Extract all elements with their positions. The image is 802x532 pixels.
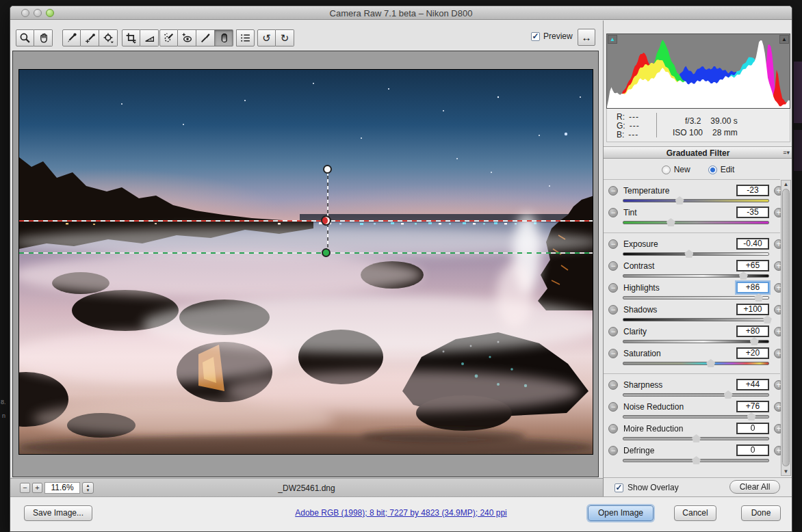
shutter-value: 39.00 s bbox=[710, 116, 737, 127]
decrement-button[interactable]: − bbox=[608, 380, 618, 390]
slider-track[interactable] bbox=[623, 318, 769, 321]
slider-thumb[interactable] bbox=[754, 293, 763, 302]
slider-track[interactable] bbox=[623, 274, 769, 278]
straighten-tool-button[interactable] bbox=[140, 29, 159, 46]
graduated-filter-tool-button[interactable] bbox=[215, 29, 233, 46]
slider-value-field[interactable]: +80 bbox=[736, 325, 769, 337]
adjustment-brush-tool-button[interactable] bbox=[196, 29, 215, 46]
shadow-clipping-warning-icon[interactable]: ▲ bbox=[608, 35, 617, 44]
slider-track[interactable] bbox=[623, 340, 769, 343]
decrement-button[interactable]: − bbox=[608, 446, 618, 455]
toggle-fullscreen-button[interactable]: ↔ bbox=[578, 29, 595, 46]
highlight-clipping-warning-icon[interactable]: ▲ bbox=[779, 35, 789, 44]
slider-value-field[interactable]: +44 bbox=[736, 379, 769, 390]
scroll-down-icon[interactable]: ▼ bbox=[781, 468, 790, 475]
slider-value-field[interactable]: 0 bbox=[736, 444, 769, 456]
background-thumbnail bbox=[794, 130, 802, 171]
slider-thumb[interactable] bbox=[747, 412, 756, 421]
slider-thumb[interactable] bbox=[750, 337, 759, 345]
decrement-button[interactable]: − bbox=[608, 283, 618, 293]
decrement-button[interactable]: − bbox=[608, 261, 618, 271]
zoom-tool-button[interactable] bbox=[16, 29, 34, 46]
slider-thumb[interactable] bbox=[684, 250, 693, 258]
color-sampler-tool-button[interactable] bbox=[81, 29, 99, 46]
slider-track[interactable] bbox=[623, 437, 769, 440]
b-label: B: bbox=[617, 131, 624, 139]
show-overlay-control[interactable]: ✓ Show Overlay bbox=[615, 483, 679, 492]
slider-value-field[interactable]: +65 bbox=[736, 260, 769, 271]
slider-track[interactable] bbox=[623, 296, 769, 300]
slider-thumb[interactable] bbox=[724, 390, 733, 399]
scrollbar-thumb[interactable] bbox=[782, 189, 790, 466]
radio-new[interactable]: New bbox=[662, 165, 690, 174]
slider-value-field[interactable]: -0.40 bbox=[736, 238, 769, 250]
slider-track[interactable] bbox=[623, 252, 769, 256]
slider-thumb[interactable] bbox=[692, 434, 701, 442]
slider-row-highlights: −Highlights+86+ bbox=[604, 282, 780, 304]
panel-menu-icon[interactable]: ≡▾ bbox=[783, 149, 790, 156]
rotate-right-icon[interactable]: ↻ bbox=[276, 29, 294, 46]
photo-image[interactable] bbox=[18, 69, 593, 455]
presets-menu-button[interactable] bbox=[236, 29, 255, 46]
slider-thumb[interactable] bbox=[675, 196, 684, 204]
slider-thumb[interactable] bbox=[667, 218, 675, 226]
graduated-filter-top-handle[interactable] bbox=[323, 165, 332, 174]
slider-thumb[interactable] bbox=[763, 315, 772, 323]
show-overlay-checkbox[interactable]: ✓ bbox=[615, 483, 623, 492]
slider-list: −Temperature-23+−Tint-35+−Exposure-0.40+… bbox=[604, 179, 780, 476]
slider-thumb[interactable] bbox=[692, 456, 701, 464]
slider-track[interactable] bbox=[623, 199, 769, 202]
slider-value-field[interactable]: +76 bbox=[736, 401, 769, 412]
slider-value-field[interactable]: 0 bbox=[736, 423, 769, 434]
decrement-button[interactable]: − bbox=[608, 239, 618, 249]
panel-scrollbar[interactable]: ▲ ▼ bbox=[781, 180, 791, 476]
slider-value-field[interactable]: -23 bbox=[736, 185, 769, 196]
iso-value: ISO 100 bbox=[673, 127, 703, 139]
slider-thumb[interactable] bbox=[706, 359, 715, 367]
image-canvas bbox=[12, 51, 599, 477]
done-button[interactable]: Done bbox=[741, 505, 781, 521]
decrement-button[interactable]: − bbox=[608, 349, 618, 358]
background-text-fragment: 8. bbox=[1, 399, 6, 405]
slider-track[interactable] bbox=[623, 459, 769, 462]
slider-value-field[interactable]: +100 bbox=[736, 304, 769, 315]
toolbar: ↺ ↻ ✓ Preview ↔ bbox=[10, 21, 603, 50]
hand-tool-button[interactable] bbox=[34, 29, 53, 46]
slider-label: Sharpness bbox=[623, 380, 662, 390]
cancel-button[interactable]: Cancel bbox=[674, 505, 716, 521]
targeted-adjustment-tool-button[interactable] bbox=[99, 29, 118, 46]
preview-checkbox[interactable]: ✓ bbox=[531, 32, 540, 41]
slider-track[interactable] bbox=[623, 221, 769, 224]
decrement-button[interactable]: − bbox=[608, 305, 618, 315]
radio-edit[interactable]: Edit bbox=[708, 165, 735, 174]
slider-track[interactable] bbox=[623, 415, 769, 418]
preview-label: Preview bbox=[543, 31, 573, 41]
radio-edit-circle bbox=[708, 165, 717, 174]
slider-track[interactable] bbox=[623, 362, 769, 365]
decrement-button[interactable]: − bbox=[608, 208, 618, 217]
slider-value-field[interactable]: +20 bbox=[736, 347, 769, 359]
arrow-up-icon: ▲ bbox=[784, 181, 789, 187]
graduated-filter-bottom-handle[interactable] bbox=[322, 248, 331, 257]
decrement-button[interactable]: − bbox=[608, 424, 618, 434]
slider-label: Temperature bbox=[623, 186, 669, 196]
triangle-icon: ▲ bbox=[781, 36, 787, 42]
red-eye-removal-tool-button[interactable] bbox=[178, 29, 196, 46]
clear-all-button[interactable]: Clear All bbox=[729, 480, 780, 494]
spot-removal-tool-button[interactable] bbox=[159, 29, 178, 46]
decrement-button[interactable]: − bbox=[608, 402, 618, 412]
slider-thumb[interactable] bbox=[739, 271, 748, 280]
slider-group-divider bbox=[604, 369, 780, 374]
graduated-filter-center-handle[interactable] bbox=[321, 215, 331, 226]
decrement-button[interactable]: − bbox=[608, 327, 618, 336]
decrement-button[interactable]: − bbox=[608, 186, 618, 196]
slider-value-field[interactable]: -35 bbox=[736, 207, 769, 218]
scroll-up-icon[interactable]: ▲ bbox=[781, 181, 790, 187]
open-image-button[interactable]: Open Image bbox=[588, 505, 654, 521]
white-balance-tool-button[interactable] bbox=[62, 29, 81, 46]
slider-label: Moire Reduction bbox=[623, 424, 683, 434]
slider-value-field[interactable]: +86 bbox=[736, 282, 769, 293]
crop-tool-button[interactable] bbox=[122, 29, 140, 46]
slider-track[interactable] bbox=[623, 393, 769, 397]
rotate-left-icon[interactable]: ↺ bbox=[257, 29, 276, 46]
